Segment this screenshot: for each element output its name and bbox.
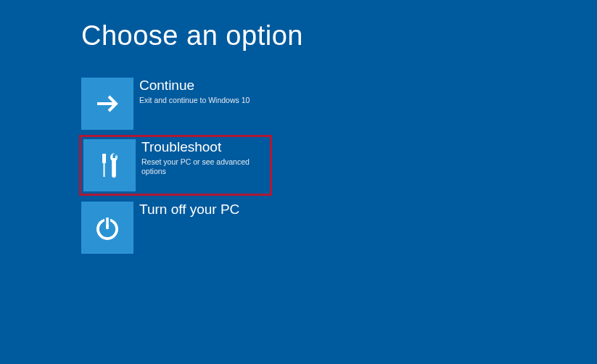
continue-title: Continue <box>139 78 250 94</box>
troubleshoot-text: Troubleshoot Reset your PC or see advanc… <box>136 139 268 177</box>
power-icon <box>81 202 133 254</box>
turnoff-tile[interactable]: Turn off your PC <box>81 202 270 254</box>
continue-text: Continue Exit and continue to Windows 10 <box>133 78 250 105</box>
svg-rect-1 <box>104 163 105 177</box>
arrow-right-icon <box>81 78 133 130</box>
svg-rect-0 <box>102 154 106 163</box>
turnoff-title: Turn off your PC <box>139 202 239 218</box>
troubleshoot-title: Troubleshoot <box>141 139 268 156</box>
tools-icon <box>83 139 136 191</box>
turnoff-text: Turn off your PC <box>133 202 239 220</box>
continue-tile[interactable]: Continue Exit and continue to Windows 10 <box>81 78 270 130</box>
troubleshoot-tile[interactable]: Troubleshoot Reset your PC or see advanc… <box>79 135 272 196</box>
recovery-options-screen: Choose an option Continue Exit and conti… <box>0 0 597 254</box>
troubleshoot-subtitle: Reset your PC or see advanced options <box>141 157 268 177</box>
page-title: Choose an option <box>81 20 597 51</box>
continue-subtitle: Exit and continue to Windows 10 <box>139 96 250 106</box>
